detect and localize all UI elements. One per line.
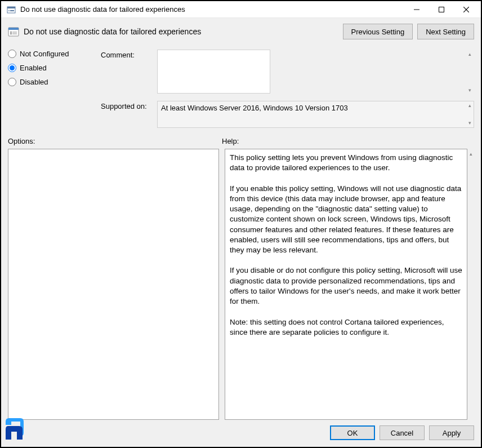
supported-label: Supported on: — [101, 101, 157, 110]
close-button[interactable] — [454, 2, 479, 17]
svg-rect-3 — [10, 10, 14, 11]
help-pane-wrap: This policy setting lets you prevent Win… — [225, 149, 474, 420]
chevron-down-icon: ▾ — [467, 88, 472, 93]
radio-disabled[interactable]: Disabled — [8, 78, 95, 86]
state-radio-group: Not Configured Enabled Disabled — [8, 50, 101, 92]
ok-button[interactable]: OK — [330, 425, 375, 440]
policy-icon — [8, 26, 19, 37]
svg-rect-10 — [10, 32, 12, 33]
next-setting-button[interactable]: Next Setting — [417, 24, 474, 39]
svg-rect-12 — [12, 32, 17, 33]
apply-button[interactable]: Apply — [429, 425, 474, 440]
svg-rect-1 — [7, 7, 15, 8]
title-bar: Do not use diagnostic data for tailored … — [1, 1, 481, 18]
cancel-button[interactable]: Cancel — [380, 425, 425, 440]
supported-on-text: At least Windows Server 2016, Windows 10… — [161, 104, 348, 112]
previous-setting-button[interactable]: Previous Setting — [343, 24, 413, 39]
client-area: Do not use diagnostic data for tailored … — [1, 18, 481, 447]
options-section-label: Options: — [8, 137, 222, 145]
policy-title: Do not use diagnostic data for tailored … — [24, 27, 338, 36]
dialog-footer: OK Cancel Apply — [8, 420, 474, 440]
minimize-button[interactable] — [404, 2, 429, 17]
radio-disabled-input[interactable] — [8, 78, 16, 86]
window-controls — [404, 2, 479, 17]
radio-not-configured-input[interactable] — [8, 50, 16, 58]
section-labels: Options: Help: — [8, 137, 474, 145]
options-pane[interactable] — [8, 149, 219, 420]
radio-enabled-input[interactable] — [8, 64, 16, 72]
radio-not-configured-label: Not Configured — [20, 50, 69, 58]
field-column: Comment: ▴ ▾ Supported on: At least Wind… — [101, 50, 474, 128]
configuration-row: Not Configured Enabled Disabled Comment:… — [8, 50, 474, 128]
policy-header: Do not use diagnostic data for tailored … — [8, 24, 474, 39]
help-pane[interactable]: This policy setting lets you prevent Win… — [225, 149, 467, 420]
radio-not-configured[interactable]: Not Configured — [8, 50, 95, 58]
svg-rect-11 — [10, 33, 12, 34]
svg-point-2 — [8, 10, 10, 11]
supported-field-row: Supported on: At least Windows Server 20… — [101, 101, 474, 128]
chevron-up-icon: ▴ — [467, 52, 472, 57]
supported-on-box: At least Windows Server 2016, Windows 10… — [157, 101, 474, 128]
svg-rect-9 — [8, 28, 19, 30]
radio-enabled-label: Enabled — [20, 64, 47, 72]
comment-label: Comment: — [101, 50, 157, 59]
app-icon — [7, 5, 16, 14]
help-scroll-indicator: ▴ — [467, 149, 474, 420]
comment-field-row: Comment: ▴ ▾ — [101, 50, 474, 95]
panes: This policy setting lets you prevent Win… — [8, 149, 474, 420]
help-section-label: Help: — [222, 137, 474, 145]
comment-textarea[interactable] — [157, 50, 270, 94]
radio-enabled[interactable]: Enabled — [8, 64, 95, 72]
svg-rect-13 — [12, 33, 17, 34]
svg-rect-5 — [439, 7, 444, 12]
window-title: Do not use diagnostic data for tailored … — [20, 5, 404, 14]
radio-disabled-label: Disabled — [20, 78, 48, 86]
maximize-button[interactable] — [429, 2, 454, 17]
